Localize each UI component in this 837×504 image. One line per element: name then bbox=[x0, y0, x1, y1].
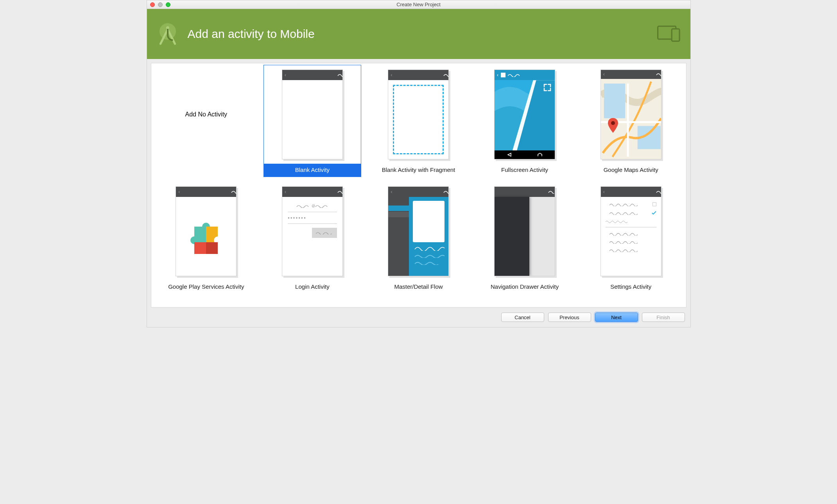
activity-label: Master/Detail Flow bbox=[370, 281, 468, 294]
activity-preview bbox=[494, 186, 555, 276]
activity-template-none[interactable]: Add No Activity . bbox=[157, 64, 256, 178]
svg-text:@: @ bbox=[312, 204, 315, 208]
activity-label: Google Maps Activity bbox=[582, 164, 680, 177]
next-button[interactable]: Next bbox=[595, 313, 638, 322]
back-chevron-icon: ‹ bbox=[391, 72, 392, 78]
activity-label: Fullscreen Activity bbox=[476, 164, 574, 177]
activity-label: Google Play Services Activity bbox=[158, 281, 255, 294]
wizard-window: Create New Project Add an activity to Mo… bbox=[147, 0, 691, 327]
map-pin-icon bbox=[608, 118, 618, 134]
activity-template-maps[interactable]: ‹ bbox=[581, 64, 681, 178]
activity-preview: ‹ bbox=[600, 186, 661, 276]
window-title: Create New Project bbox=[147, 2, 690, 7]
wizard-header: Add an activity to Mobile bbox=[147, 9, 690, 59]
title-squiggle bbox=[397, 71, 449, 79]
activity-preview: ‹ bbox=[600, 70, 661, 159]
fullscreen-expand-icon bbox=[543, 83, 552, 92]
activity-label: Navigation Drawer Activity bbox=[476, 281, 574, 294]
activity-preview: ‹ bbox=[494, 70, 555, 159]
title-squiggle bbox=[185, 188, 237, 195]
title-squiggle bbox=[291, 188, 343, 195]
back-chevron-icon: ‹ bbox=[178, 189, 180, 195]
home-nav-icon bbox=[537, 153, 543, 157]
back-nav-icon bbox=[507, 153, 513, 157]
activity-preview: ‹ bbox=[388, 70, 449, 159]
activity-template-fullscreen[interactable]: ‹ bbox=[475, 64, 574, 178]
activity-template-play[interactable]: ‹ Google Play Services Activity bbox=[157, 181, 256, 295]
activity-label: Add No Activity bbox=[185, 111, 227, 118]
back-chevron-icon: ‹ bbox=[603, 189, 605, 195]
finish-button[interactable]: Finish bbox=[642, 313, 685, 322]
activity-template-login[interactable]: ‹ @ ●●●●●●● Login Activity bbox=[263, 181, 362, 295]
play-services-puzzle-icon bbox=[186, 215, 226, 258]
activity-template-settings[interactable]: ‹ bbox=[581, 181, 681, 295]
activity-template-blank[interactable]: ‹ Blank Activity bbox=[263, 64, 362, 178]
svg-point-9 bbox=[611, 121, 615, 125]
back-chevron-icon: ‹ bbox=[285, 72, 286, 78]
activity-label: Settings Activity bbox=[582, 281, 680, 294]
activity-preview: ‹ bbox=[176, 186, 237, 276]
activity-template-masterdetail[interactable]: ‹ Master/Detail Flow bbox=[369, 181, 468, 295]
activity-label: Blank Activity bbox=[263, 164, 361, 177]
activity-template-panel: Add No Activity . ‹ Blank Activity ‹ bbox=[151, 63, 686, 307]
activity-label: Login Activity bbox=[263, 281, 361, 294]
previous-button[interactable]: Previous bbox=[548, 313, 591, 322]
title-squiggle bbox=[609, 71, 661, 78]
svg-rect-3 bbox=[672, 29, 679, 41]
wizard-content: Add No Activity . ‹ Blank Activity ‹ bbox=[147, 59, 690, 307]
back-chevron-icon: ‹ bbox=[603, 71, 605, 77]
titlebar: Create New Project bbox=[147, 0, 690, 9]
svg-rect-7 bbox=[604, 83, 625, 118]
activity-template-navdrawer[interactable]: Navigation Drawer Activity bbox=[475, 181, 574, 295]
device-phone-tablet-icon bbox=[657, 24, 683, 44]
wizard-footer: Cancel Previous Next Finish bbox=[147, 307, 690, 327]
activity-label: Blank Activity with Fragment bbox=[370, 164, 468, 177]
android-studio-logo-icon bbox=[155, 21, 181, 47]
back-chevron-icon: ‹ bbox=[285, 189, 286, 195]
activity-preview: ‹ @ ●●●●●●● bbox=[282, 186, 343, 276]
title-squiggle bbox=[397, 188, 449, 195]
title-squiggle bbox=[291, 71, 343, 79]
title-squiggle bbox=[609, 188, 661, 195]
activity-template-fragment[interactable]: ‹ Blank Activity with Fragment bbox=[369, 64, 468, 178]
activity-preview: ‹ bbox=[388, 186, 449, 276]
activity-preview: ‹ bbox=[282, 70, 343, 159]
wizard-step-title: Add an activity to Mobile bbox=[188, 27, 315, 41]
back-chevron-icon: ‹ bbox=[391, 189, 392, 195]
cancel-button[interactable]: Cancel bbox=[501, 313, 544, 322]
